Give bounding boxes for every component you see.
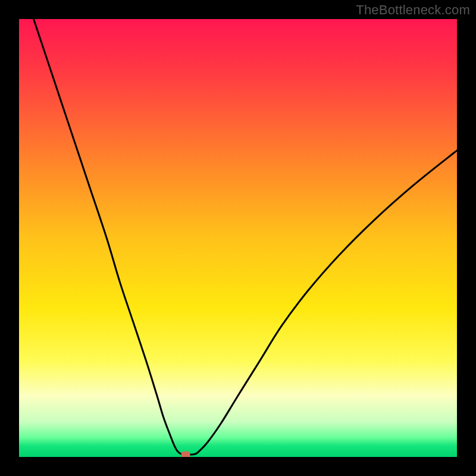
plot-svg: [19, 19, 457, 457]
gradient-background: [19, 19, 457, 457]
chart-frame: TheBottleneck.com: [0, 0, 476, 476]
watermark-text: TheBottleneck.com: [356, 2, 470, 18]
plot-area: [19, 19, 457, 457]
optimal-point-marker: [181, 451, 190, 457]
